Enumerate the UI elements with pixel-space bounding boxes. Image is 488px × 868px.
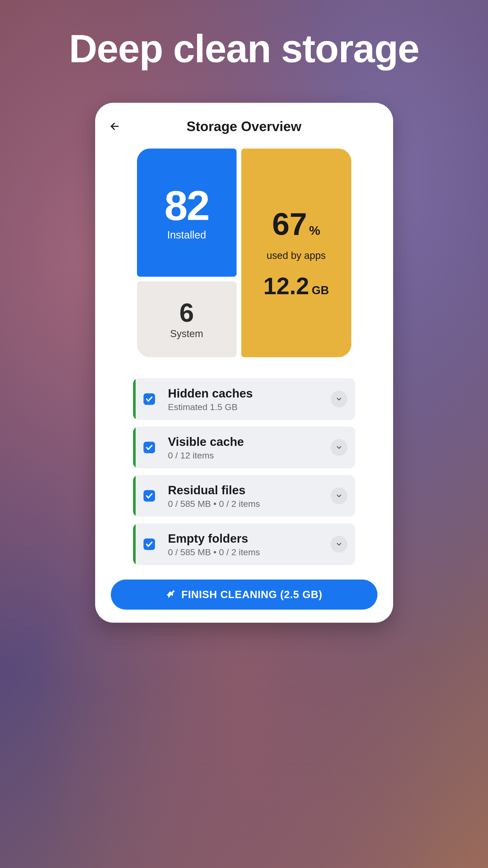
checkbox[interactable]: [143, 442, 155, 453]
installed-card[interactable]: 82 Installed: [137, 149, 236, 277]
system-count: 6: [179, 300, 194, 326]
chevron-down-icon: [335, 444, 343, 451]
clean-item-subtitle: 0 / 12 items: [168, 451, 331, 461]
finish-button-label: FINISH CLEANING (2.5 GB): [182, 589, 323, 600]
expand-button[interactable]: [331, 391, 347, 407]
usage-percent-symbol: %: [309, 223, 320, 238]
check-icon: [145, 395, 153, 403]
page-title: Storage Overview: [108, 119, 380, 134]
phone-frame: Storage Overview 82 Installed 6 System 6…: [95, 103, 393, 623]
usage-size-value: 12.2: [263, 274, 309, 298]
checkbox[interactable]: [143, 490, 155, 502]
expand-button[interactable]: [331, 488, 347, 504]
checkbox[interactable]: [143, 393, 155, 405]
usage-card[interactable]: 67 % used by apps 12.2 GB: [241, 149, 351, 357]
hero-title: Deep clean storage: [69, 26, 419, 71]
chevron-down-icon: [335, 492, 343, 499]
check-icon: [145, 492, 153, 500]
usage-label: used by apps: [267, 250, 326, 261]
clean-item-title: Residual files: [168, 483, 331, 497]
expand-button[interactable]: [331, 439, 347, 456]
app-header: Storage Overview: [106, 119, 383, 134]
broom-icon: [166, 589, 176, 600]
clean-item-empty-folders[interactable]: Empty folders 0 / 585 MB • 0 / 2 items: [133, 523, 355, 565]
clean-item-subtitle: Estimated 1.5 GB: [168, 402, 331, 412]
clean-item-subtitle: 0 / 585 MB • 0 / 2 items: [168, 547, 331, 557]
installed-count: 82: [164, 185, 209, 226]
expand-button[interactable]: [331, 536, 347, 553]
usage-size-unit: GB: [312, 284, 329, 297]
clean-item-residual-files[interactable]: Residual files 0 / 585 MB • 0 / 2 items: [133, 475, 355, 517]
clean-list: Hidden caches Estimated 1.5 GB Visible c…: [133, 378, 355, 565]
check-icon: [145, 443, 153, 452]
system-card[interactable]: 6 System: [137, 281, 236, 357]
system-label: System: [170, 328, 203, 339]
usage-percent-value: 67: [272, 208, 307, 240]
finish-cleaning-button[interactable]: FINISH CLEANING (2.5 GB): [111, 580, 378, 610]
check-icon: [145, 540, 153, 548]
clean-item-visible-cache[interactable]: Visible cache 0 / 12 items: [133, 427, 355, 468]
clean-item-title: Hidden caches: [168, 386, 331, 400]
stats-grid: 82 Installed 6 System 67 % used by apps …: [137, 149, 351, 357]
clean-item-title: Empty folders: [168, 531, 331, 546]
chevron-down-icon: [335, 540, 343, 548]
chevron-down-icon: [335, 396, 343, 403]
clean-item-title: Visible cache: [168, 435, 331, 449]
clean-item-hidden-caches[interactable]: Hidden caches Estimated 1.5 GB: [133, 378, 355, 420]
checkbox[interactable]: [143, 538, 155, 550]
clean-item-subtitle: 0 / 585 MB • 0 / 2 items: [168, 499, 331, 509]
installed-label: Installed: [167, 229, 206, 241]
